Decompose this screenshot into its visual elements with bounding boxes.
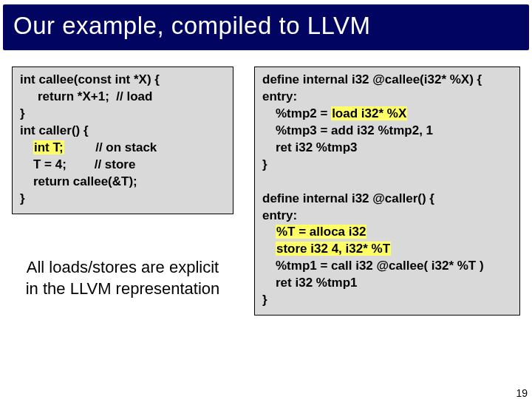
slide: Our example, compiled to LLVM int callee… bbox=[0, 4, 532, 399]
llvm-ir-box: define internal i32 @callee(i32* %X) { e… bbox=[254, 66, 520, 316]
code-line: return callee(&T); bbox=[20, 174, 225, 191]
code-line: int callee(const int *X) { bbox=[20, 72, 225, 89]
code-line: %tmp1 = call i32 @callee( i32* %T ) bbox=[262, 258, 512, 275]
code-line: store i32 4, i32* %T bbox=[262, 241, 512, 258]
title-bar: Our example, compiled to LLVM bbox=[3, 4, 529, 50]
explanatory-note: All loads/stores are explicit in the LLV… bbox=[22, 257, 223, 299]
code-line: %tmp3 = add i32 %tmp2, 1 bbox=[262, 123, 512, 140]
code-line: define internal i32 @caller() { bbox=[262, 191, 512, 208]
code-line: T = 4; // store bbox=[20, 157, 225, 174]
code-line: } bbox=[20, 106, 225, 123]
code-line: entry: bbox=[262, 208, 512, 225]
code-line: %T = alloca i32 bbox=[262, 224, 512, 241]
blank-line bbox=[262, 174, 512, 191]
code-line: entry: bbox=[262, 89, 512, 106]
code-line: %tmp2 = load i32* %X bbox=[262, 106, 512, 123]
code-line: int caller() { bbox=[20, 123, 225, 140]
c-source-box: int callee(const int *X) { return *X+1; … bbox=[12, 66, 233, 214]
code-line: return *X+1; // load bbox=[20, 89, 225, 106]
code-line: } bbox=[20, 191, 225, 208]
code-line: } bbox=[262, 157, 512, 174]
slide-title: Our example, compiled to LLVM bbox=[13, 12, 519, 40]
code-line: ret i32 %tmp1 bbox=[262, 275, 512, 292]
code-line: ret i32 %tmp3 bbox=[262, 140, 512, 157]
code-line: define internal i32 @callee(i32* %X) { bbox=[262, 72, 512, 89]
page-number: 19 bbox=[516, 387, 528, 399]
code-line: int T; // on stack bbox=[20, 140, 225, 157]
code-line: } bbox=[262, 292, 512, 309]
